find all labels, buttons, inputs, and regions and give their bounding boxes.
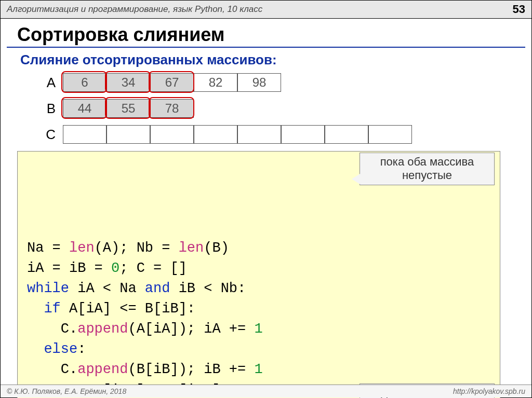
code-token: while — [27, 281, 69, 296]
code-token: iB < Nb: — [170, 281, 246, 296]
array-cell: 55 — [107, 99, 150, 118]
array-cell: 6 — [63, 73, 107, 92]
code-token: len — [179, 240, 204, 256]
code-token: 1 — [254, 362, 262, 377]
code-token: iA = iB = — [27, 260, 111, 276]
code-block: пока оба массива непустые добавить остат… — [17, 151, 500, 398]
code-line: C.append(A[iA]); iA += 1 — [27, 319, 490, 339]
arrays-area: A 634678298 B 445578 C ········ — [37, 73, 531, 144]
main-title: Сортировка слиянием — [17, 24, 531, 46]
code-token — [27, 341, 44, 357]
header-bar: Алгоритмизация и программирование, язык … — [1, 1, 531, 19]
code-line: else: — [27, 339, 490, 360]
array-cell: · — [194, 125, 237, 144]
header-title: Алгоритмизация и программирование, язык … — [7, 4, 262, 15]
array-label-B: B — [37, 101, 56, 117]
array-row-A: A 634678298 — [37, 73, 531, 92]
array-cell: 98 — [237, 73, 281, 92]
footer-bar: © К.Ю. Поляков, Е.А. Ерёмин, 2018 http:/… — [1, 385, 531, 397]
array-row-B: B 445578 — [37, 99, 531, 118]
code-line: iA = iB = 0; C = [] — [27, 258, 490, 279]
code-token: : — [77, 341, 86, 357]
code-token: (A[iA]); iA += — [128, 321, 254, 337]
array-cell: · — [281, 125, 325, 144]
code-token: 1 — [254, 321, 262, 337]
code-token: (B[iB]); iB += — [128, 362, 254, 377]
code-token: append — [77, 321, 128, 337]
footer-right: http://kpolyakov.spb.ru — [453, 387, 525, 395]
code-line: while iA < Na and iB < Nb: — [27, 279, 490, 299]
code-token: ; C = [] — [119, 260, 187, 276]
code-token: A[iA] <= B[iB]: — [61, 301, 195, 317]
callout-tail-icon — [352, 174, 360, 184]
footer-left: © К.Ю. Поляков, Е.А. Ерёмин, 2018 — [7, 387, 126, 395]
array-label-A: A — [37, 75, 56, 91]
array-cell: 67 — [150, 73, 194, 92]
array-cell: · — [107, 125, 150, 144]
code-token: iA < Na — [69, 281, 145, 296]
array-cells-C: ········ — [63, 125, 412, 144]
array-cell: · — [63, 125, 107, 144]
code-token: Na = — [27, 240, 69, 256]
code-line: if A[iA] <= B[iB]: — [27, 299, 490, 319]
code-token: C. — [27, 321, 77, 337]
array-cell: · — [237, 125, 281, 144]
array-cell: 34 — [107, 73, 150, 92]
callout-top-text: пока оба массива непустые — [380, 155, 474, 182]
separator-line — [7, 47, 525, 48]
code-token: C. — [27, 362, 77, 377]
slide-page: Алгоритмизация и программирование, язык … — [0, 0, 532, 398]
page-number: 53 — [513, 3, 525, 16]
subtitle: Слияние отсортированных массивов: — [20, 52, 531, 68]
code-token: (B) — [204, 240, 229, 256]
array-cell: · — [368, 125, 412, 144]
callout-top: пока оба массива непустые — [360, 153, 495, 185]
code-token: (A); Nb = — [95, 240, 179, 256]
array-cell: 44 — [63, 99, 107, 118]
array-row-C: C ········ — [37, 125, 531, 144]
code-token: else — [44, 341, 77, 357]
code-line: C.append(B[iB]); iB += 1 — [27, 360, 490, 380]
array-cells-A: 634678298 — [63, 73, 281, 92]
code-token: if — [44, 301, 60, 317]
array-cell: 82 — [194, 73, 237, 92]
code-token: len — [69, 240, 95, 256]
array-cells-B: 445578 — [63, 99, 194, 118]
code-token — [27, 301, 44, 317]
code-line: Na = len(A); Nb = len(B) — [27, 238, 490, 258]
code-token: and — [145, 281, 170, 296]
array-cell: 78 — [150, 99, 194, 118]
array-cell: · — [150, 125, 194, 144]
array-label-C: C — [37, 127, 56, 143]
code-token: 0 — [111, 260, 119, 276]
code-token: append — [77, 362, 128, 377]
array-cell: · — [325, 125, 368, 144]
